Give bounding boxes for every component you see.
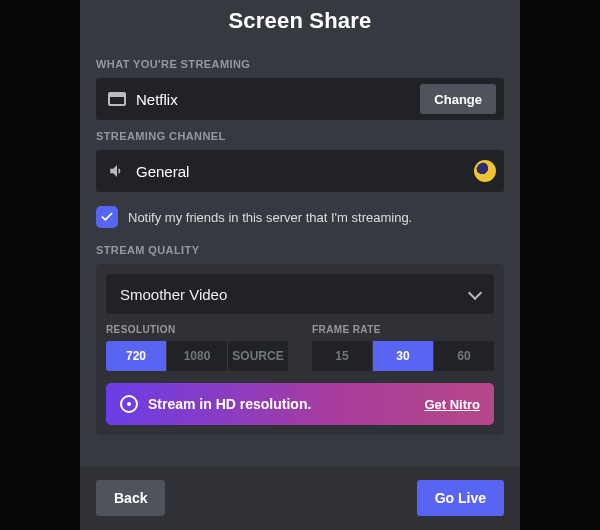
framerate-group: FRAME RATE 153060 (312, 324, 494, 371)
channel-avatar (474, 160, 496, 182)
streaming-channel-row[interactable]: General (96, 150, 504, 192)
nitro-message: Stream in HD resolution. (148, 396, 414, 412)
quality-preset-select[interactable]: Smoother Video (106, 274, 494, 314)
framerate-option-15[interactable]: 15 (312, 341, 373, 371)
channel-section-label: STREAMING CHANNEL (96, 130, 504, 142)
modal-footer: Back Go Live (80, 466, 520, 530)
framerate-option-30[interactable]: 30 (373, 341, 434, 371)
resolution-option-source[interactable]: SOURCE (228, 341, 288, 371)
streaming-app-name: Netflix (136, 91, 410, 108)
go-live-button[interactable]: Go Live (417, 480, 504, 516)
framerate-segmented: 153060 (312, 341, 494, 371)
speaker-icon (108, 162, 126, 180)
get-nitro-link[interactable]: Get Nitro (424, 397, 480, 412)
change-button[interactable]: Change (420, 84, 496, 114)
streaming-section-label: WHAT YOU'RE STREAMING (96, 58, 504, 70)
notify-label: Notify my friends in this server that I'… (128, 210, 412, 225)
nitro-banner: Stream in HD resolution. Get Nitro (106, 383, 494, 425)
resolution-option-1080[interactable]: 1080 (167, 341, 228, 371)
resolution-segmented: 7201080SOURCE (106, 341, 288, 371)
channel-name: General (136, 163, 464, 180)
nitro-icon (120, 395, 138, 413)
modal-title: Screen Share (96, 0, 504, 48)
notify-checkbox[interactable] (96, 206, 118, 228)
quality-options-row: RESOLUTION 7201080SOURCE FRAME RATE 1530… (106, 324, 494, 371)
quality-box: Smoother Video RESOLUTION 7201080SOURCE … (96, 264, 504, 435)
chevron-down-icon (468, 285, 482, 299)
quality-preset-label: Smoother Video (120, 286, 227, 303)
resolution-group: RESOLUTION 7201080SOURCE (106, 324, 288, 371)
framerate-option-60[interactable]: 60 (434, 341, 494, 371)
resolution-label: RESOLUTION (106, 324, 288, 335)
window-icon (108, 92, 126, 106)
resolution-option-720[interactable]: 720 (106, 341, 167, 371)
streaming-source-row: Netflix Change (96, 78, 504, 120)
quality-section-label: STREAM QUALITY (96, 244, 504, 256)
notify-row[interactable]: Notify my friends in this server that I'… (96, 206, 504, 228)
screen-share-modal: Screen Share WHAT YOU'RE STREAMING Netfl… (80, 0, 520, 530)
framerate-label: FRAME RATE (312, 324, 494, 335)
back-button[interactable]: Back (96, 480, 165, 516)
